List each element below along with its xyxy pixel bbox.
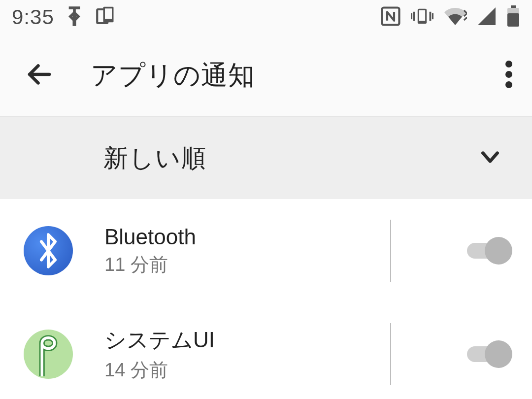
svg-point-16: [505, 71, 512, 78]
screen-mirror-icon: [95, 6, 115, 29]
sort-label: 新しい順: [103, 142, 207, 175]
battery-icon: [506, 5, 520, 29]
svg-rect-14: [507, 13, 519, 27]
chevron-down-icon: [478, 145, 502, 171]
svg-rect-10: [430, 12, 432, 21]
wifi-icon: [443, 6, 467, 28]
svg-rect-9: [411, 13, 412, 19]
upload-icon: [66, 6, 83, 28]
vibrate-icon: [411, 6, 433, 29]
app-subtitle: 14 分前: [104, 358, 215, 383]
signal-icon: [477, 6, 497, 28]
list-item[interactable]: Bluetooth 11 分前: [0, 199, 532, 302]
android-p-icon: [24, 330, 73, 379]
svg-rect-11: [432, 13, 433, 19]
app-name-label: Bluetooth: [104, 225, 196, 249]
app-subtitle: 11 分前: [104, 252, 196, 277]
nfc-icon: [380, 6, 401, 29]
app-bar: アプリの通知: [0, 34, 532, 117]
row-divider: [390, 220, 391, 282]
svg-rect-7: [419, 10, 425, 21]
status-clock: 9:35: [12, 5, 54, 29]
overflow-menu-button[interactable]: [498, 53, 520, 98]
svg-rect-4: [105, 8, 112, 19]
app-name-label: システムUI: [104, 326, 215, 355]
status-bar: 9:35: [0, 0, 532, 34]
svg-point-17: [505, 81, 512, 88]
svg-point-15: [505, 61, 512, 67]
page-title: アプリの通知: [91, 58, 255, 94]
sort-dropdown[interactable]: 新しい順: [0, 117, 532, 199]
svg-rect-12: [511, 5, 516, 8]
notification-toggle[interactable]: [467, 237, 512, 265]
row-divider: [390, 323, 391, 385]
app-list: Bluetooth 11 分前 システムUI 14 分前: [0, 199, 532, 399]
list-item[interactable]: システムUI 14 分前: [0, 302, 532, 399]
svg-rect-8: [413, 12, 415, 21]
back-button[interactable]: [25, 60, 54, 91]
bluetooth-icon: [24, 226, 73, 275]
svg-rect-1: [72, 15, 76, 26]
notification-toggle[interactable]: [467, 340, 512, 368]
